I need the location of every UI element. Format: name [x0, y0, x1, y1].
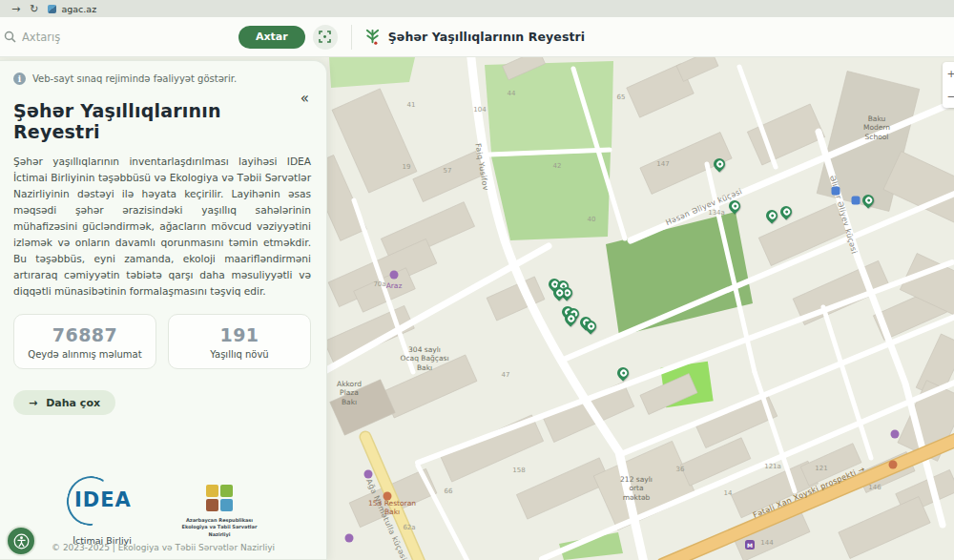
- collapse-panel-button[interactable]: «: [301, 90, 309, 107]
- info-icon: i: [13, 73, 26, 85]
- search-input[interactable]: [22, 31, 213, 44]
- accessibility-icon: [13, 533, 30, 550]
- shop-poi-icon[interactable]: [345, 534, 354, 543]
- site-icon: [48, 5, 56, 13]
- map[interactable]: Faiq YusifovHəsən Əliyev küçəsiƏliyar Əl…: [327, 57, 954, 560]
- restaurant-poi-icon[interactable]: [384, 492, 392, 501]
- copyright-footer: © 2023-2025 | Ekologiya və Təbii Sərvətl…: [0, 543, 326, 552]
- ministry-logo[interactable]: Azərbaycan Respublikası Ekologiya və Təb…: [176, 485, 263, 539]
- search-icon: [4, 31, 16, 43]
- app-title: Şəhər Yaşıllıqlarının Reyestri: [388, 30, 585, 44]
- shop-poi-icon[interactable]: [364, 470, 373, 479]
- screen: → ↻ agac.az Axtar: [0, 0, 954, 560]
- address-bar[interactable]: agac.az: [48, 4, 96, 14]
- idea-logo-mark: IDEA: [61, 476, 143, 526]
- shop-poi-icon[interactable]: [891, 430, 900, 439]
- partner-logos: IDEA İctimai Birliyi Azərbaycan Respubli…: [13, 476, 311, 546]
- metro-poi-icon[interactable]: M: [745, 540, 755, 550]
- page-title: Şəhər Yaşıllıqlarının Reyestri: [13, 100, 311, 142]
- stat-card-species[interactable]: 191 Yaşıllıq növü: [168, 314, 311, 369]
- stat-label: Qeydə alınmış məlumat: [20, 349, 150, 360]
- transit-poi-icon[interactable]: [832, 187, 840, 196]
- app-brand: Şəhər Yaşıllıqlarının Reyestri: [363, 28, 585, 46]
- search-wrap: [0, 31, 238, 44]
- map-canvas: [327, 57, 954, 560]
- accessibility-button[interactable]: [6, 526, 36, 556]
- browser-bar: → ↻ agac.az: [0, 0, 954, 17]
- app-bar: Axtar Şəhər Yaşıllıqlarının Reyestri: [0, 17, 954, 57]
- idea-logo-text: IDEA: [74, 488, 132, 511]
- search-button[interactable]: Axtar: [238, 26, 305, 49]
- transit-poi-icon[interactable]: [852, 197, 861, 205]
- stat-value: 191: [175, 324, 304, 345]
- arrow-right-icon: →: [29, 397, 37, 409]
- shop-poi-icon[interactable]: [390, 271, 399, 280]
- stat-value: 76887: [20, 324, 150, 345]
- tree-logo-icon: [363, 28, 382, 46]
- sidebar-panel: i Veb-sayt sınaq rejimində fəaliyyət gös…: [0, 60, 327, 560]
- scan-icon: [319, 31, 331, 43]
- stat-label: Yaşıllıq növü: [175, 349, 304, 360]
- locate-scan-button[interactable]: [313, 25, 338, 50]
- beta-notice: i Veb-sayt sınaq rejimində fəaliyyət gös…: [13, 73, 311, 85]
- divider: [351, 25, 352, 50]
- project-description: Şəhər yaşıllıqlarının inventarlaşdırılma…: [13, 154, 311, 299]
- notice-text: Veb-sayt sınaq rejimində fəaliyyət göstə…: [32, 73, 237, 84]
- ministry-caption: Azərbaycan Respublikası Ekologiya və Təb…: [176, 517, 263, 539]
- forward-icon[interactable]: →: [11, 4, 20, 14]
- map-zoom-control[interactable]: + −: [943, 62, 954, 108]
- idea-logo[interactable]: IDEA İctimai Birliyi: [61, 476, 143, 546]
- more-label: Daha çox: [46, 397, 100, 409]
- stats-row: 76887 Qeydə alınmış məlumat 191 Yaşıllıq…: [13, 314, 311, 369]
- more-button[interactable]: → Daha çox: [13, 390, 115, 415]
- ministry-logo-icon: [176, 485, 263, 511]
- url-text: agac.az: [61, 4, 96, 14]
- zoom-out-button[interactable]: −: [946, 91, 954, 103]
- stat-card-records[interactable]: 76887 Qeydə alınmış məlumat: [13, 314, 156, 369]
- restaurant-poi-icon[interactable]: [889, 461, 898, 469]
- reload-icon[interactable]: ↻: [30, 4, 38, 14]
- zoom-in-button[interactable]: +: [946, 68, 954, 80]
